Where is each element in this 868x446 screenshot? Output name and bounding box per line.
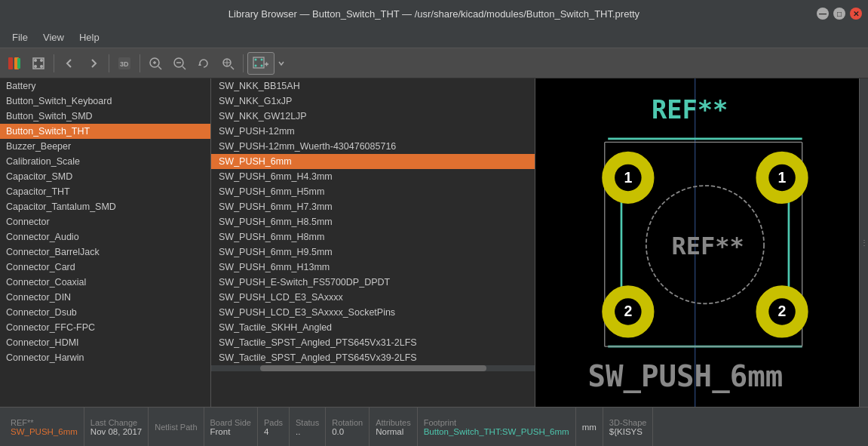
value-text: SW_PUSH_6mm xyxy=(588,359,784,393)
lib-item-capacitor-smd[interactable]: Capacitor_SMD xyxy=(0,169,210,184)
fp-item-sw-push-12mm[interactable]: SW_PUSH-12mm xyxy=(211,124,535,139)
svg-line-16 xyxy=(182,66,186,69)
fp-item-sw-push-6mm[interactable]: SW_PUSH_6mm xyxy=(211,154,535,169)
footprint-value: Button_Switch_THT:SW_PUSH_6mm xyxy=(424,427,569,436)
add-footprint-icon xyxy=(253,56,269,71)
preview-svg: REF** 1 1 2 2 xyxy=(535,78,868,407)
status-label: Status xyxy=(296,418,319,427)
fp-item-sw-tactile-skhh[interactable]: SW_Tactile_SKHH_Angled xyxy=(211,320,535,335)
3d-view-button[interactable]: 3D xyxy=(113,52,136,75)
lib-item-connector-dsub[interactable]: Connector_Dsub xyxy=(0,305,210,320)
lib-item-connector-ffc-fpc[interactable]: Connector_FFC-FPC xyxy=(0,320,210,335)
svg-point-6 xyxy=(34,65,37,68)
fp-item-sw-nkk-gw12ljp[interactable]: SW_NKK_GW12LJP xyxy=(211,109,535,124)
fp-item-sw-push-6mm-h85mm[interactable]: SW_PUSH_6mm_H8.5mm xyxy=(211,214,535,229)
3d-shape-value: ${KISYS xyxy=(609,427,647,436)
zoom-fit-icon xyxy=(221,57,235,70)
fp-item-sw-push-12mm-wuerth[interactable]: SW_PUSH-12mm_Wuerth-430476085716 xyxy=(211,139,535,154)
zoom-out-icon xyxy=(173,57,186,70)
lib-item-battery[interactable]: Battery xyxy=(0,78,210,94)
status-status: Status .. xyxy=(290,408,326,446)
rotation-label: Rotation xyxy=(332,418,363,427)
chevron-down-icon xyxy=(278,60,285,67)
lib-item-capacitor-tht[interactable]: Capacitor_THT xyxy=(0,184,210,199)
fp-item-sw-push-6mm-h95mm[interactable]: SW_PUSH_6mm_H9.5mm xyxy=(211,245,535,260)
lib-item-capacitor-tantalum-smd[interactable]: Capacitor_Tantalum_SMD xyxy=(0,199,210,214)
dropdown-button[interactable] xyxy=(276,52,287,75)
lib-item-buzzer-beeper[interactable]: Buzzer_Beeper xyxy=(0,139,210,154)
attributes-value: Normal xyxy=(376,427,410,436)
lib-item-button-switch-smd[interactable]: Button_Switch_SMD xyxy=(0,109,210,124)
status-pads: Pads 4 xyxy=(258,408,290,446)
svg-point-5 xyxy=(40,59,43,62)
lib-item-connector-hdmi[interactable]: Connector_HDMI xyxy=(0,335,210,350)
back-button[interactable] xyxy=(58,52,81,75)
svg-text:1: 1 xyxy=(624,169,632,186)
attributes-label: Attributes xyxy=(376,418,410,427)
zoom-in-icon xyxy=(149,57,162,70)
menubar: File View Help xyxy=(0,27,868,48)
ref-value: SW_PUSH_6mm xyxy=(11,427,78,436)
lib-item-connector-card[interactable]: Connector_Card xyxy=(0,260,210,275)
add-footprint-button[interactable] xyxy=(247,52,275,75)
footprint-panel[interactable]: SW_NKK_BB15AH SW_NKK_G1xJP SW_NKK_GW12LJ… xyxy=(211,78,535,407)
menu-help[interactable]: Help xyxy=(72,30,107,45)
status-ref: REF** SW_PUSH_6mm xyxy=(5,408,84,446)
lib-item-connector-coaxial[interactable]: Connector_Coaxial xyxy=(0,275,210,290)
status-rotation: Rotation 0.0 xyxy=(326,408,370,446)
menu-file[interactable]: File xyxy=(5,30,35,45)
separator-3 xyxy=(140,54,140,72)
fp-item-sw-push-6mm-h73mm[interactable]: SW_PUSH_6mm_H7.3mm xyxy=(211,199,535,214)
fp-item-sw-push-e-switch[interactable]: SW_PUSH_E-Switch_FS5700DP_DPDT xyxy=(211,275,535,290)
zoom-in-button[interactable] xyxy=(144,52,167,75)
ref-label: REF** xyxy=(11,418,78,427)
lib-item-button-switch-tht[interactable]: Button_Switch_THT xyxy=(0,124,210,139)
fp-item-sw-push-lcd-e3-socket[interactable]: SW_PUSH_LCD_E3_SAxxxx_SocketPins xyxy=(211,305,535,320)
fp-item-sw-push-6mm-h43mm[interactable]: SW_PUSH_6mm_H4.3mm xyxy=(211,169,535,184)
fp-item-sw-nkk-g1xjp[interactable]: SW_NKK_G1xJP xyxy=(211,94,535,109)
lib-item-calibration-scale[interactable]: Calibration_Scale xyxy=(0,154,210,169)
status-3d-shape: 3D-Shape ${KISYS xyxy=(603,408,654,446)
fp-item-sw-push-6mm-h8mm[interactable]: SW_PUSH_6mm_H8mm xyxy=(211,229,535,245)
main-content: Battery Button_Switch_Keyboard Button_Sw… xyxy=(0,78,868,407)
library-icon xyxy=(7,56,22,71)
fp-item-sw-tactile-spst-39[interactable]: SW_Tactile_SPST_Angled_PTS645Vx39-2LFS xyxy=(211,350,535,365)
zoom-reset-button[interactable] xyxy=(192,52,215,75)
fp-item-sw-push-lcd-e3[interactable]: SW_PUSH_LCD_E3_SAxxxx xyxy=(211,290,535,305)
footprint-button[interactable] xyxy=(27,52,50,75)
fp-item-sw-push-6mm-h13mm[interactable]: SW_PUSH_6mm_H13mm xyxy=(211,260,535,275)
zoom-fit-button[interactable] xyxy=(216,52,239,75)
svg-rect-2 xyxy=(17,58,20,69)
library-button[interactable] xyxy=(3,52,26,75)
svg-line-13 xyxy=(158,66,161,69)
fp-item-sw-nkk-bb15ah[interactable]: SW_NKK_BB15AH xyxy=(211,78,535,94)
window-controls: — □ ✕ xyxy=(817,8,862,20)
library-panel[interactable]: Battery Button_Switch_Keyboard Button_Sw… xyxy=(0,78,211,407)
status-value: .. xyxy=(296,427,319,436)
pads-value: 4 xyxy=(264,427,283,436)
status-netlist-path: Netlist Path xyxy=(149,408,204,446)
panel-resize-handle[interactable]: ⋮ xyxy=(859,78,868,407)
zoom-out-button[interactable] xyxy=(168,52,191,75)
forward-button[interactable] xyxy=(82,52,105,75)
status-footprint: Footprint Button_Switch_THT:SW_PUSH_6mm xyxy=(418,408,576,446)
ref-text-center: REF** xyxy=(672,232,744,260)
window-title: Library Browser — Button_Switch_THT — /u… xyxy=(51,8,817,20)
lib-item-connector[interactable]: Connector xyxy=(0,214,210,229)
status-board-side: Board Side Front xyxy=(204,408,258,446)
fp-item-sw-tactile-spst-31[interactable]: SW_Tactile_SPST_Angled_PTS645Vx31-2LFS xyxy=(211,335,535,350)
menu-view[interactable]: View xyxy=(35,30,72,45)
lib-item-connector-din[interactable]: Connector_DIN xyxy=(0,290,210,305)
lib-item-connector-audio[interactable]: Connector_Audio xyxy=(0,229,210,245)
maximize-button[interactable]: □ xyxy=(833,8,845,20)
fp-item-sw-push-6mm-h5mm[interactable]: SW_PUSH_6mm_H5mm xyxy=(211,184,535,199)
lib-item-button-switch-keyboard[interactable]: Button_Switch_Keyboard xyxy=(0,94,210,109)
lib-item-connector-barreljack[interactable]: Connector_BarrelJack xyxy=(0,245,210,260)
svg-point-25 xyxy=(255,64,257,66)
lib-item-connector-harwin[interactable]: Connector_Harwin xyxy=(0,350,210,365)
separator-4 xyxy=(243,54,244,72)
svg-rect-0 xyxy=(8,57,13,69)
close-button[interactable]: ✕ xyxy=(850,8,862,20)
svg-line-21 xyxy=(231,66,234,69)
minimize-button[interactable]: — xyxy=(817,8,829,20)
